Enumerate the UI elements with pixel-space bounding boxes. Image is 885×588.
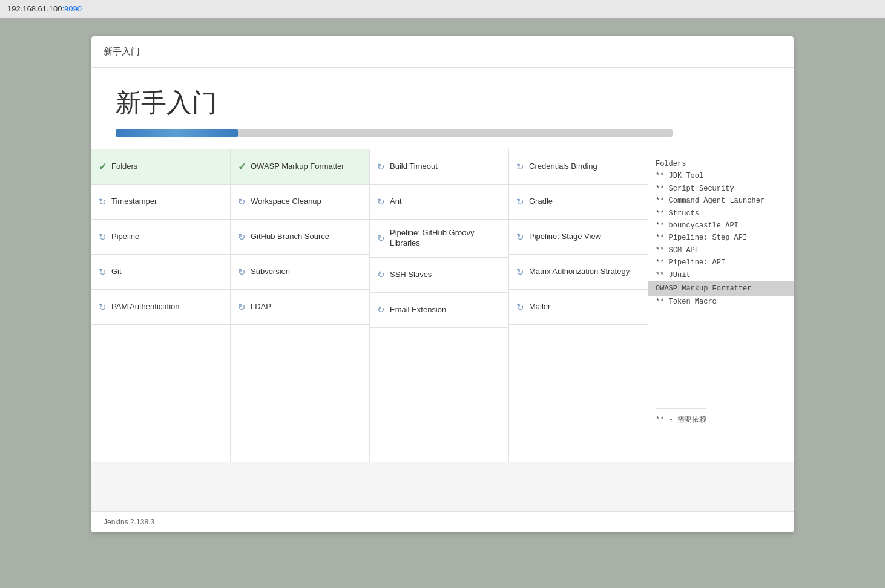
plugin-col-3: Build Timeout Ant Pipeline: GitHub Groov… (370, 149, 509, 462)
main-container: 新手入门 新手入门 Folders Timestamper (0, 18, 885, 588)
plugin-name: Email Extension (390, 305, 446, 315)
sidebar-item: ** SCM API (656, 244, 786, 256)
plugin-name: PAM Authentication (111, 302, 180, 312)
plugin-col-2: OWASP Markup Formatter Workspace Cleanup… (231, 149, 370, 462)
list-item[interactable]: Pipeline: Stage View (509, 220, 648, 255)
plugin-name: Workspace Cleanup (251, 197, 321, 207)
plugin-col-4: Credentials Binding Gradle Pipeline: Sta… (509, 149, 648, 462)
check-icon (99, 161, 107, 172)
plugin-name: Pipeline: GitHub Groovy Libraries (390, 228, 501, 249)
list-item[interactable]: Timestamper (91, 185, 230, 220)
refresh-icon (377, 304, 385, 315)
sidebar-item: ** Pipeline: Step API (656, 232, 786, 244)
list-item[interactable]: Matrix Authorization Strategy (509, 255, 648, 290)
plugin-name: Folders (111, 162, 137, 172)
refresh-icon (377, 233, 385, 244)
progress-bar-container (116, 129, 673, 137)
sidebar-item: ** bouncycastle API (656, 220, 786, 232)
refresh-icon (99, 232, 107, 243)
list-item[interactable]: Git (91, 255, 230, 290)
plugin-name: OWASP Markup Formatter (251, 162, 344, 172)
sidebar-item: ** Token Macro (656, 296, 786, 308)
list-item[interactable]: Gradle (509, 185, 648, 220)
card-header: 新手入门 (91, 36, 794, 68)
card-header-title: 新手入门 (104, 46, 140, 56)
hero-title: 新手入门 (116, 86, 769, 120)
list-item[interactable]: GitHub Branch Source (231, 220, 369, 255)
address-port: :9090 (62, 4, 82, 13)
plugin-name: Pipeline (111, 232, 139, 242)
list-item[interactable]: PAM Authentication (91, 290, 230, 325)
plugin-name: Subversion (251, 267, 290, 277)
list-item[interactable]: Credentials Binding (509, 149, 648, 185)
list-item[interactable]: Folders (91, 149, 230, 185)
plugin-name: Build Timeout (390, 162, 438, 172)
refresh-icon (516, 302, 524, 313)
plugin-name: GitHub Branch Source (251, 232, 329, 242)
list-item[interactable]: LDAP (231, 290, 369, 325)
sidebar-item: ** Script Security (656, 183, 786, 195)
list-item[interactable]: Ant (370, 185, 508, 220)
refresh-icon (377, 162, 385, 172)
plugin-name: Matrix Authorization Strategy (529, 267, 630, 277)
refresh-icon (99, 302, 107, 313)
plugin-name: Pipeline: Stage View (529, 232, 601, 242)
list-item[interactable]: Mailer (509, 290, 648, 325)
sidebar-item-current: OWASP Markup Formatter (648, 281, 794, 296)
refresh-icon (516, 197, 524, 207)
refresh-icon (516, 267, 524, 278)
refresh-icon (238, 232, 246, 243)
sidebar-item: ** Pipeline: API (656, 256, 786, 269)
plugin-name: Ant (390, 197, 402, 207)
plugin-name: Git (111, 267, 122, 277)
sidebar-item: ** JDK Tool (656, 170, 786, 182)
list-item[interactable]: OWASP Markup Formatter (231, 149, 369, 185)
list-item[interactable]: Pipeline (91, 220, 230, 255)
plugin-name: Mailer (529, 302, 550, 312)
plugin-col-1: Folders Timestamper Pipeline Git (91, 149, 231, 462)
refresh-icon (377, 197, 385, 207)
card-footer: Jenkins 2.138.3 (91, 511, 794, 532)
empty-area (91, 462, 794, 511)
plugin-name: Credentials Binding (529, 162, 597, 172)
refresh-icon (238, 302, 246, 313)
sidebar-item: ** Structs (656, 207, 786, 220)
refresh-icon (99, 197, 107, 207)
plugin-sidebar: Folders ** JDK Tool ** Script Security *… (648, 149, 794, 462)
address-host: 192.168.61.100 (7, 4, 62, 13)
plugins-grid: Folders Timestamper Pipeline Git (91, 149, 794, 462)
refresh-icon (516, 232, 524, 243)
refresh-icon (377, 269, 385, 280)
list-item[interactable]: Build Timeout (370, 149, 508, 185)
sidebar-item: ** JUnit (656, 269, 786, 281)
main-card: 新手入门 新手入门 Folders Timestamper (91, 36, 794, 532)
plugins-area: Folders Timestamper Pipeline Git (91, 149, 794, 511)
list-item[interactable]: Email Extension (370, 293, 508, 328)
check-icon (238, 161, 246, 172)
refresh-icon (516, 162, 524, 172)
plugin-name: LDAP (251, 302, 271, 312)
list-item[interactable]: SSH Slaves (370, 258, 508, 293)
refresh-icon (99, 267, 107, 278)
plugin-name: Gradle (529, 197, 553, 207)
progress-bar-fill (116, 129, 238, 137)
list-item[interactable]: Pipeline: GitHub Groovy Libraries (370, 220, 508, 258)
sidebar-item: ** Command Agent Launcher (656, 195, 786, 207)
address-bar: 192.168.61.100:9090 (0, 0, 885, 18)
refresh-icon (238, 197, 246, 207)
plugin-name: SSH Slaves (390, 270, 432, 280)
list-item[interactable]: Subversion (231, 255, 369, 290)
jenkins-version: Jenkins 2.138.3 (104, 518, 154, 526)
card-hero: 新手入门 (91, 68, 794, 149)
refresh-icon (238, 267, 246, 278)
plugin-name: Timestamper (111, 197, 157, 207)
sidebar-item: Folders (656, 158, 786, 170)
list-item[interactable]: Workspace Cleanup (231, 185, 369, 220)
sidebar-footer-note: ** - 需要依赖 (656, 416, 706, 424)
